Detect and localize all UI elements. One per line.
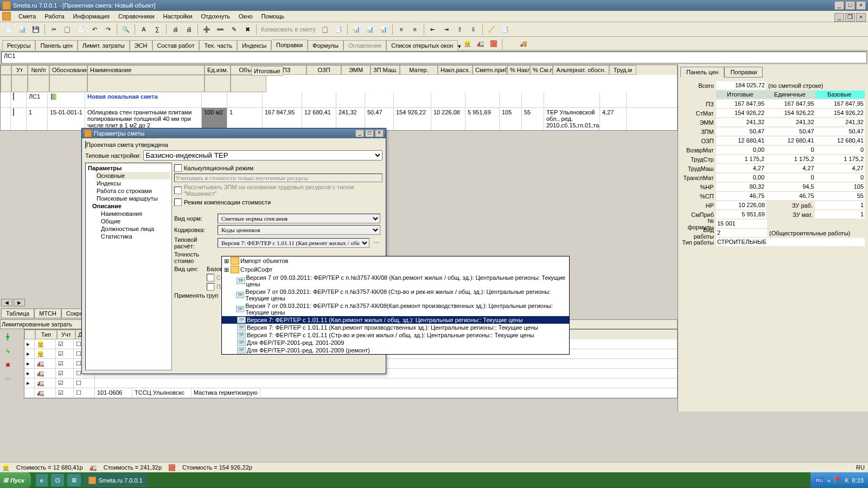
dropdown-item[interactable]: ТР Версия 7 от 09.03.2011: ФЕР/ТЕР с п.№… (222, 274, 569, 288)
tb-redo-icon[interactable]: ↷ (101, 23, 114, 36)
tb-excel-icon[interactable]: 📊 (16, 23, 29, 36)
tab-Ресурсы[interactable]: Ресурсы (2, 40, 35, 50)
start-button[interactable]: ⊞Пуск (0, 472, 31, 488)
tree-node[interactable]: Статистика (100, 233, 170, 240)
tb-copy-mode-icon[interactable]: 📋 (318, 23, 331, 36)
bottom-tab[interactable]: МТСН (34, 309, 61, 318)
tab-Лимит. затраты[interactable]: Лимит. затраты (78, 40, 130, 50)
tb-grp2-icon[interactable]: 📊 (363, 23, 376, 36)
task-smeta[interactable]: Smeta.ru 7.0.0.1 (84, 473, 147, 487)
menu-Справочники[interactable]: Справочники (114, 12, 159, 21)
bottom-tab[interactable]: Таблица (1, 309, 34, 318)
tab-Панель цен[interactable]: Панель цен (35, 40, 77, 50)
add-row-icon[interactable]: ╋ (1, 330, 14, 343)
approved-checkbox[interactable]: Проектная смета утверждена (85, 142, 382, 148)
tab-Состав работ[interactable]: Состав работ (152, 40, 200, 50)
system-tray[interactable]: RU « 🚩 K 8:23 (810, 472, 868, 488)
tb-i1-icon[interactable]: ≡ (395, 23, 408, 36)
tb-del-icon[interactable]: ➖ (214, 23, 227, 36)
mdi-close-button[interactable]: × (856, 13, 866, 22)
ref-icon[interactable]: ⋯ (1, 373, 14, 386)
tabbar-icon-2[interactable]: 🧱 (487, 37, 500, 50)
typical-select[interactable]: Базисно-индексный ТЕР (143, 150, 382, 160)
tree-node[interactable]: Общие (100, 217, 170, 225)
tipras-dropdown[interactable]: ⊞ Импорт объектов⊞ СтройСофтТР Версия 7 … (221, 256, 570, 355)
kodir-select[interactable]: Коды ценников (218, 225, 380, 235)
tb-grp1-icon[interactable]: 📊 (350, 23, 363, 36)
dropdown-item[interactable]: ТР Версия 7: ФЕР/ТЕР с 1.01.11 (Кап.ремо… (222, 316, 569, 324)
tb-cut-icon[interactable]: ✂ (47, 23, 60, 36)
tab-Индексы[interactable]: Индексы (237, 40, 271, 50)
tb-copy-icon[interactable]: 📋 (61, 23, 74, 36)
tb-grp3-icon[interactable]: 📊 (377, 23, 390, 36)
dropdown-item[interactable]: ТР Для ФЕР/ТЕР-2001-ред. 2001-2009 (222, 339, 569, 346)
tb-copy-mode2-icon[interactable]: 📑 (332, 23, 345, 36)
tb-dup-icon[interactable]: 📑 (499, 23, 512, 36)
tabbar-icon-4[interactable]: 🚚 (517, 37, 530, 50)
ql-browser-icon[interactable]: O (50, 473, 65, 487)
tb-new-icon[interactable]: 📄 (2, 23, 15, 36)
tab-Тех. часть[interactable]: Тех. часть (199, 40, 237, 50)
add-sub-icon[interactable]: ↳ (1, 344, 14, 357)
minimize-button[interactable]: _ (834, 1, 844, 10)
dialog-close-button[interactable]: × (375, 130, 384, 137)
dropdown-item[interactable]: ТР Версия 7: ФЕР/ТЕР с 1.01.11 (Кап.ремо… (222, 324, 569, 331)
tb-il-icon[interactable]: ⇤ (426, 23, 439, 36)
dialog-max-button[interactable]: □ (365, 130, 374, 137)
tree-node[interactable]: Индексы (95, 179, 170, 187)
tb-eraser-icon[interactable]: 🧹 (485, 23, 498, 36)
del-row-icon[interactable]: ✖ (1, 358, 14, 371)
tipras-select[interactable]: Версия 7: ФЕР/ТЕР с 1.01.11 (Кап.ремонт … (218, 238, 369, 248)
dropdown-folder[interactable]: ⊞ Импорт объектов (222, 256, 569, 265)
breadcrumb[interactable]: ЛС1 (1, 52, 867, 63)
tree-node[interactable]: Наименования (100, 210, 170, 217)
menu-Информация[interactable]: Информация (69, 12, 114, 21)
lang-indicator[interactable]: RU (855, 464, 866, 471)
dropdown-folder[interactable]: ⊞ СтройСофт (222, 265, 569, 274)
dropdown-item[interactable]: ТР Версия 7: ФЕР/ТЕР с 1.01.11 (Стр-во и… (222, 331, 569, 339)
ql-ie-icon[interactable]: e (35, 473, 48, 487)
tree-node[interactable]: Поисковые маршруты (95, 195, 170, 202)
tab-Оглавление[interactable]: Оглавление (343, 40, 386, 50)
close-button[interactable]: × (856, 1, 866, 10)
rtab-panel-cen[interactable]: Панель цен (680, 67, 724, 78)
tray-lang[interactable]: RU (815, 478, 824, 483)
tab-Формулы[interactable]: Формулы (308, 40, 343, 50)
params-tree[interactable]: Параметры ОсновныеИндексыРабота со строк… (85, 163, 172, 370)
tabbar-icon-3[interactable] (504, 37, 517, 50)
menu-Настройки[interactable]: Настройки (159, 12, 197, 21)
tb-save-icon[interactable]: 💾 (29, 23, 42, 36)
maximize-button[interactable]: □ (845, 1, 855, 10)
table-row[interactable]: 115-01-001-1Облицовка стен гранитными пл… (1, 108, 677, 131)
tb-edit-icon[interactable]: ✎ (227, 23, 240, 36)
tb-paste-icon[interactable]: 📄 (74, 23, 87, 36)
rezhim-checkbox[interactable]: Режим компенсации стоимости (174, 198, 271, 206)
tab-ЭСН[interactable]: ЭСН (130, 40, 152, 50)
tb-add-icon[interactable]: ➕ (200, 23, 213, 36)
tb-close-icon[interactable]: ✖ (241, 23, 254, 36)
tabbar-icon-0[interactable]: 👷 (461, 37, 474, 50)
rtab-popravki[interactable]: Поправки (724, 67, 763, 78)
tb-calc-icon[interactable]: ∑ (151, 23, 164, 36)
ql-desktop-icon[interactable]: ⊞ (67, 473, 81, 487)
tree-node[interactable]: Должностные лица (100, 225, 170, 233)
menu-Смета[interactable]: Смета (14, 12, 40, 21)
mdi-minimize-button[interactable]: _ (834, 13, 844, 22)
tb-font-icon[interactable]: A (137, 23, 150, 36)
tb-id-icon[interactable]: ⇩ (467, 23, 480, 36)
tree-node[interactable]: Работа со строками (95, 187, 170, 195)
tab-Список открытых окон[interactable]: Список открытых окон (386, 40, 458, 50)
menu-Работа[interactable]: Работа (40, 12, 68, 21)
menu-Отдохнуть[interactable]: Отдохнуть (197, 12, 235, 21)
tabbar-icon-1[interactable]: 🚛 (474, 37, 487, 50)
vidnorm-select[interactable]: Сметные нормы списания (218, 214, 380, 223)
tb-print-icon[interactable]: 🖨 (169, 23, 182, 36)
tab-Поправки[interactable]: Поправки (271, 40, 308, 50)
menu-Помощь[interactable]: Помощь (257, 12, 289, 21)
resource-row[interactable]: ▸🚛☑☐ (24, 378, 677, 388)
scroll-left-button[interactable]: ◄ (1, 299, 12, 306)
tb-iu-icon[interactable]: ⇧ (454, 23, 467, 36)
kalk-checkbox[interactable]: Калькуляционный режим (174, 164, 253, 172)
table-row[interactable]: ЛС1📗Новая локальная смета (1, 92, 677, 108)
tb-undo-icon[interactable]: ↶ (88, 23, 101, 36)
